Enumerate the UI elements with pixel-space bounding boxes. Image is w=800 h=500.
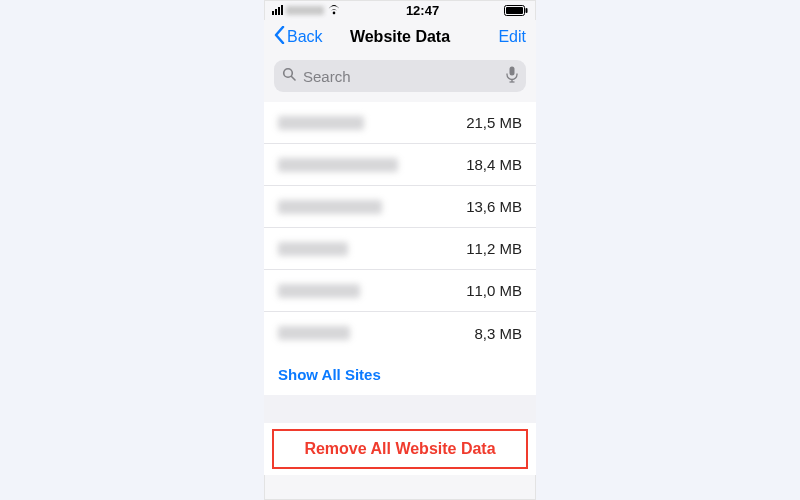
status-bar: 12:47 [264, 0, 536, 20]
search-input[interactable] [303, 68, 500, 85]
site-row[interactable]: 11,2 MB [264, 228, 536, 270]
back-button[interactable]: Back [274, 26, 323, 48]
svg-rect-2 [526, 8, 528, 13]
status-left [272, 5, 341, 15]
site-list: 21,5 MB18,4 MB13,6 MB11,2 MB11,0 MB8,3 M… [264, 102, 536, 354]
site-domain [278, 242, 348, 256]
status-right [504, 5, 528, 16]
search-wrap [264, 54, 536, 102]
site-domain [278, 158, 398, 172]
phone-frame: 12:47 Back Website Data Edit [264, 0, 536, 500]
site-size: 11,0 MB [466, 282, 522, 299]
back-label: Back [287, 28, 323, 46]
svg-rect-5 [510, 66, 515, 75]
site-domain [278, 326, 350, 340]
microphone-icon[interactable] [506, 66, 518, 87]
edit-button[interactable]: Edit [498, 28, 526, 46]
stage: 12:47 Back Website Data Edit [0, 0, 800, 500]
site-row[interactable]: 18,4 MB [264, 144, 536, 186]
carrier-name [286, 6, 324, 15]
show-all-sites-button[interactable]: Show All Sites [264, 354, 536, 395]
nav-bar: Back Website Data Edit [264, 20, 536, 54]
site-row[interactable]: 11,0 MB [264, 270, 536, 312]
remove-section: Remove All Website Data [264, 423, 536, 475]
site-size: 18,4 MB [466, 156, 522, 173]
site-row[interactable]: 13,6 MB [264, 186, 536, 228]
svg-line-4 [292, 76, 296, 80]
cell-signal-icon [272, 5, 283, 15]
site-size: 13,6 MB [466, 198, 522, 215]
site-size: 11,2 MB [466, 240, 522, 257]
battery-icon [504, 5, 528, 16]
status-time: 12:47 [406, 3, 439, 18]
site-domain [278, 200, 382, 214]
site-domain [278, 284, 360, 298]
svg-rect-1 [506, 7, 523, 14]
search-icon [282, 67, 297, 86]
site-row[interactable]: 8,3 MB [264, 312, 536, 354]
search-field[interactable] [274, 60, 526, 92]
remove-all-website-data-button[interactable]: Remove All Website Data [272, 429, 528, 469]
chevron-left-icon [274, 26, 285, 48]
section-gap [264, 395, 536, 423]
site-row[interactable]: 21,5 MB [264, 102, 536, 144]
wifi-icon [327, 5, 341, 15]
site-size: 8,3 MB [474, 325, 522, 342]
site-domain [278, 116, 364, 130]
site-size: 21,5 MB [466, 114, 522, 131]
